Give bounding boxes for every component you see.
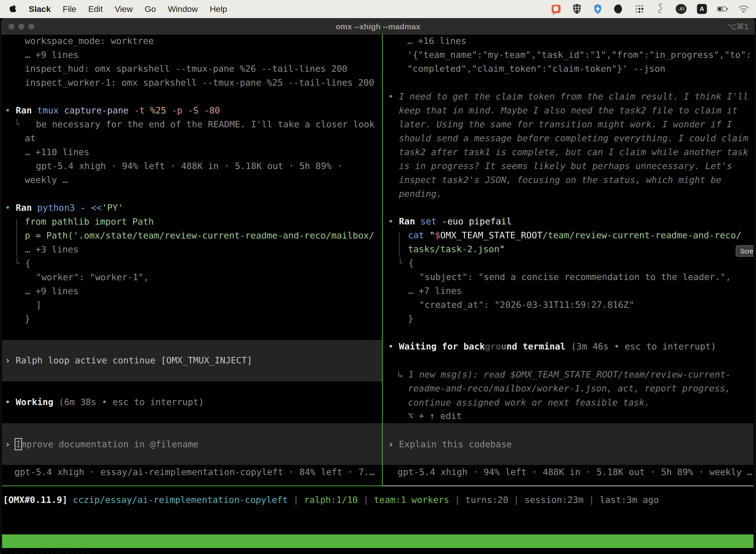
text-segment: inspect_hud: omx sparkshell --tmux-pane … [25,63,347,74]
timer-badge-icon[interactable]: ..61 [676,3,687,14]
text-segment: -t [134,105,150,115]
new-message-note: readme-and-reco/mailbox/worker-1.json, a… [408,382,731,395]
text-segment: "subject": "send a concise recommendatio… [419,272,731,282]
menu-item-help[interactable]: Help [210,4,227,14]
zoom-button[interactable] [28,23,34,30]
moon-icon[interactable] [613,3,624,14]
text-segment: [OMX#0.11.9] [3,495,73,505]
text-segment: └ [14,119,36,129]
terminal-line: … +9 lines [25,284,79,298]
text-segment: I need to get the claim token from the c… [399,91,748,102]
keyboard-layout-icon[interactable]: A [696,3,707,14]
minimize-button[interactable] [18,23,24,30]
terminal-line: inspect_worker-1: omx sparkshell --tmux-… [25,76,374,90]
chat-bubble-icon [552,5,561,13]
text-segment: session:23m [524,495,589,505]
text-segment: tasks/task-2.json [408,244,499,254]
text-segment: inspect task2's JSON, focusing on the st… [399,175,721,185]
prompt-input[interactable]: › Explain this codebase [388,437,512,451]
terminal-line: at [25,131,36,145]
terminal-content[interactable]: Scre [omx-cczip0:bash* "MacBook-Pro-44.l… [2,34,754,554]
apple-menu-icon[interactable] [8,4,17,14]
text-segment: -80 [204,105,220,115]
overlay-label: Scre [740,247,753,255]
text-segment: -euo pipefail [442,216,512,226]
terminal-line: } [408,312,414,326]
text-segment: • [5,105,16,115]
battery-icon[interactable] [717,3,728,14]
menu-item-file[interactable]: File [63,4,76,14]
waiting-status-line: • Waiting for background terminal (3m 46… [388,340,716,353]
text-segment: "created_at": "2026-03-31T11:59:27.816Z" [419,299,634,310]
terminal-line: "subject": "send a concise recommendatio… [419,270,731,284]
text-segment: … +7 lines [408,286,462,296]
ran-command-line: • Ran python3 - <<'PY' [5,201,123,215]
terminal-line: └ { [397,256,414,270]
text-segment: python3 [37,203,80,213]
menu-bar-left: Slack FileEditViewGoWindowHelp [0,4,227,14]
thinking-line: later. Using the same for transition mig… [399,117,732,131]
text-segment: › [5,439,16,449]
text-segment: ↳ 1 new msg(s): read $OMX_TEAM_STATE_ROO… [397,369,731,380]
text-segment: weekly … [25,175,68,185]
text-segment: (6m 38s • esc to interrupt) [59,397,204,407]
screen-overlay-chip[interactable]: Scre [736,245,754,257]
right-pane-bottom-border [383,486,754,486]
text-segment: Explain this codebase [399,439,512,449]
chat-app-icon[interactable] [551,3,562,14]
text-segment: … +110 lines [25,147,89,157]
text-segment: | [455,495,465,505]
text-segment: set [421,216,442,226]
text-segment: Working [16,397,59,407]
menu-items: FileEditViewGoWindowHelp [63,4,227,14]
thinking-line: keep that in mind. Maybe I also need the… [399,104,737,117]
prompt-input[interactable]: › Improve documentation in @filename [5,437,198,451]
text-segment: /team/review-current-readme-and-reco/ [543,230,741,240]
ran-command-line: • Ran set -euo pipefail [388,214,512,228]
active-app-name[interactable]: Slack [29,4,51,14]
wifi-icon[interactable] [738,3,749,14]
menu-item-view[interactable]: View [115,4,133,14]
squiggle-icon[interactable] [655,3,666,14]
text-segment: nd terminal [506,341,571,351]
text-segment: Ran [16,105,37,115]
text-segment: (3m 46s • esc to interrupt) [571,341,716,351]
terminal-line: weekly … [25,173,68,187]
thinking-line: should send a message before completing … [399,131,748,145]
thinking-line: pending. [399,187,442,201]
usage-status-line: gpt-5.4 xhigh · essay/ai-reimplementatio… [14,465,375,479]
text-segment: gro [485,341,501,351]
shield-grid-icon[interactable] [571,3,582,14]
bolt-circle-icon[interactable] [592,3,603,14]
terminal-line: └ be necessary for the end of the README… [14,117,375,131]
menu-item-go[interactable]: Go [145,4,156,14]
thinking-line: task2 after task1 is complete, but can I… [399,145,748,159]
usage-status-line: gpt-5.4 xhigh · 94% left · 488K in · 5.1… [397,465,752,479]
text-segment: └ [14,258,25,268]
new-message-note: continue assigned work or next feasible … [408,396,650,409]
text-segment: I [16,439,21,449]
thinking-line: is in progress? It seems likely but perh… [399,159,732,173]
text-segment: | [589,495,600,505]
close-button[interactable] [8,23,14,30]
text-segment: gpt-5.4 xhigh · essay/ai-reimplementatio… [14,467,375,477]
text-segment: tmux [37,105,64,115]
menu-item-window[interactable]: Window [168,4,198,14]
tmux-session-label: [omx-cczip0:bash* [4,548,90,554]
text-segment: Ran [16,203,37,213]
pane-divider[interactable] [382,34,383,486]
working-status-line: • Working (6m 38s • esc to interrupt) [5,395,204,409]
text-segment: << [91,203,102,213]
text-segment: mprove documentation in @filename [21,439,198,449]
text-segment: " [430,230,435,240]
text-segment: … +9 lines [25,50,79,60]
window-title: omx --xhigh --madmax [335,22,420,31]
left-pane-bottom-border [2,486,383,486]
new-message-note: ↳ 1 new msg(s): read $OMX_TEAM_STATE_ROO… [397,368,731,382]
grid-dots-icon[interactable] [634,3,645,14]
menu-item-edit[interactable]: Edit [88,4,103,14]
tmux-status-bar: [omx-cczip0:bash* "MacBook-Pro-44.local"… [2,535,754,548]
window-title-bar[interactable]: omx --xhigh --madmax ⌥⌘1 [1,18,755,35]
text-segment: team:1 workers [374,495,455,505]
text-segment: 'PY' [102,203,123,213]
